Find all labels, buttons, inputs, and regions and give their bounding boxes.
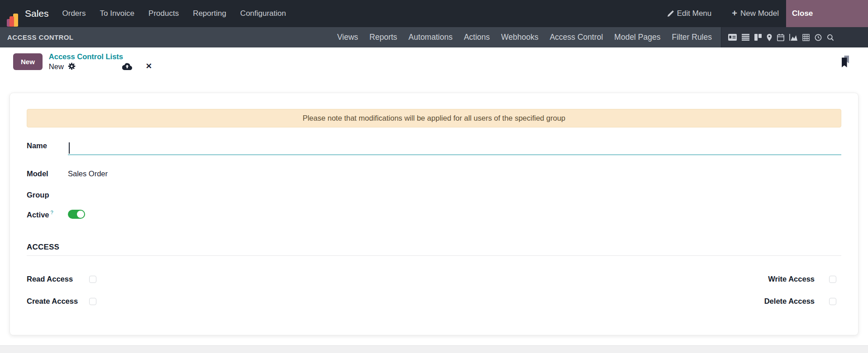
edit-menu-button[interactable]: Edit Menu — [668, 9, 712, 18]
model-field-row: Model Sales Order — [27, 167, 841, 180]
access-section-title: ACCESS — [27, 243, 841, 252]
horizontal-scrollbar[interactable] — [0, 345, 868, 353]
odoo-logo-icon — [7, 13, 19, 27]
new-record-button[interactable]: New — [13, 53, 43, 70]
toggle-knob — [77, 211, 84, 218]
breadcrumb-current-row: New ✕ — [49, 61, 152, 71]
pivot-view-icon[interactable] — [802, 34, 810, 41]
kanban-view-icon[interactable] — [754, 34, 762, 41]
name-field-row: Name — [27, 141, 841, 155]
text-caret — [69, 142, 70, 154]
main-content: Please note that modifications will be a… — [0, 75, 868, 353]
save-cloud-icon[interactable] — [122, 63, 132, 70]
access-row-read-write: Read Access Write Access — [27, 275, 841, 283]
tab-automations[interactable]: Automations — [409, 33, 453, 42]
view-switcher-panel — [721, 27, 868, 47]
active-label: Active? — [27, 210, 68, 219]
tab-webhooks[interactable]: Webhooks — [501, 33, 538, 42]
name-input[interactable] — [68, 141, 841, 155]
form-card: Please note that modifications will be a… — [10, 93, 858, 335]
access-row-create-delete: Create Access Delete Access — [27, 297, 841, 306]
map-view-icon[interactable] — [767, 34, 772, 41]
model-label: Model — [27, 169, 68, 178]
graph-view-icon[interactable] — [789, 34, 797, 41]
menu-reporting[interactable]: Reporting — [193, 9, 226, 18]
read-access-label: Read Access — [27, 275, 89, 283]
calendar-view-icon[interactable] — [777, 34, 784, 41]
tab-filter-rules[interactable]: Filter Rules — [672, 33, 712, 42]
studio-toolbar: ACCESS CONTROL Views Reports Automations… — [0, 27, 868, 47]
delete-access-field: Delete Access — [747, 297, 841, 306]
edit-menu-label: Edit Menu — [677, 9, 712, 18]
group-label: Group — [27, 191, 68, 199]
breadcrumb-current: New — [49, 62, 64, 71]
active-toggle[interactable] — [68, 210, 85, 219]
plus-icon: + — [732, 9, 737, 18]
odoo-studio-screen: Sales Orders To Invoice Products Reporti… — [0, 0, 868, 353]
tab-actions[interactable]: Actions — [464, 33, 490, 42]
bookmark-icon[interactable] — [841, 56, 850, 68]
activity-view-icon[interactable] — [815, 34, 822, 41]
breadcrumb-bar: New Access Control Lists New ✕ — [0, 47, 868, 75]
form-view-icon[interactable] — [728, 34, 737, 41]
topbar-right: Edit Menu + New Model Close — [668, 0, 868, 27]
pencil-icon — [668, 10, 674, 17]
app-name[interactable]: Sales — [25, 0, 49, 27]
delete-access-checkbox[interactable] — [829, 298, 836, 305]
name-label: Name — [27, 141, 68, 150]
section-divider — [27, 255, 841, 256]
write-access-label: Write Access — [747, 275, 815, 283]
menu-orders[interactable]: Orders — [62, 9, 86, 18]
name-input-wrap — [68, 141, 841, 155]
create-access-checkbox[interactable] — [89, 298, 96, 305]
gear-icon[interactable] — [68, 62, 76, 70]
tab-access-control[interactable]: Access Control — [550, 33, 603, 42]
help-question-icon[interactable]: ? — [51, 210, 53, 215]
create-access-field: Create Access — [27, 297, 96, 306]
model-value[interactable]: Sales Order — [68, 169, 108, 178]
tab-model-pages[interactable]: Model Pages — [614, 33, 660, 42]
tab-views[interactable]: Views — [337, 33, 358, 42]
search-icon[interactable] — [827, 34, 834, 41]
discard-x-icon[interactable]: ✕ — [146, 61, 152, 71]
app-brand[interactable]: Sales — [7, 0, 49, 27]
studio-title: ACCESS CONTROL — [0, 33, 73, 41]
list-view-icon[interactable] — [742, 34, 749, 41]
menu-to-invoice[interactable]: To Invoice — [100, 9, 135, 18]
menu-configuration[interactable]: Configuration — [240, 9, 286, 18]
write-access-checkbox[interactable] — [829, 276, 836, 283]
new-model-button[interactable]: + New Model — [732, 9, 779, 18]
warning-banner: Please note that modifications will be a… — [27, 109, 841, 127]
menu-products[interactable]: Products — [148, 9, 179, 18]
studio-tabs: Views Reports Automations Actions Webhoo… — [337, 27, 712, 47]
create-access-label: Create Access — [27, 297, 89, 306]
top-menu: Orders To Invoice Products Reporting Con… — [62, 9, 286, 18]
new-model-label: New Model — [740, 9, 779, 18]
breadcrumb: Access Control Lists New ✕ — [49, 52, 152, 71]
delete-access-label: Delete Access — [747, 297, 815, 306]
tab-reports[interactable]: Reports — [369, 33, 397, 42]
breadcrumb-parent-link[interactable]: Access Control Lists — [49, 52, 152, 61]
active-field-row: Active? — [27, 207, 841, 221]
top-navbar: Sales Orders To Invoice Products Reporti… — [0, 0, 868, 27]
group-field-row: Group — [27, 188, 841, 202]
read-access-field: Read Access — [27, 275, 96, 283]
read-access-checkbox[interactable] — [89, 276, 96, 283]
close-studio-button[interactable]: Close — [786, 0, 868, 27]
write-access-field: Write Access — [747, 275, 841, 283]
